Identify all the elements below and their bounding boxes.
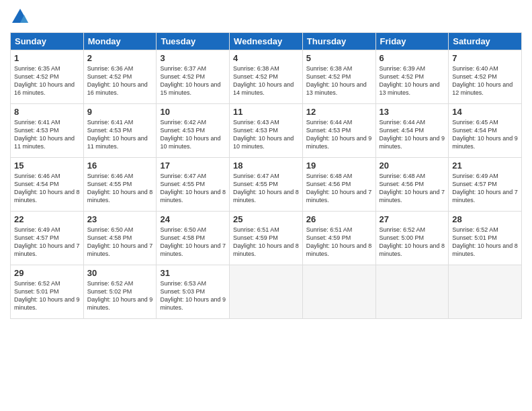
- calendar-cell: 3Sunrise: 6:37 AMSunset: 4:52 PMDaylight…: [157, 50, 230, 104]
- day-number: 10: [160, 107, 226, 117]
- calendar-week-row: 1Sunrise: 6:35 AMSunset: 4:52 PMDaylight…: [11, 50, 522, 104]
- calendar-day-header: Wednesday: [230, 33, 303, 50]
- day-number: 8: [14, 107, 80, 117]
- day-number: 13: [380, 107, 445, 117]
- calendar-header-row: SundayMondayTuesdayWednesdayThursdayFrid…: [11, 33, 522, 50]
- calendar-cell: 7Sunrise: 6:40 AMSunset: 4:52 PMDaylight…: [449, 50, 522, 104]
- logo: [10, 7, 33, 27]
- day-number: 5: [306, 53, 372, 63]
- calendar-cell: 31Sunrise: 6:53 AMSunset: 5:03 PMDayligh…: [157, 265, 230, 319]
- day-info: Sunrise: 6:36 AMSunset: 4:52 PMDaylight:…: [87, 64, 153, 97]
- day-info: Sunrise: 6:52 AMSunset: 5:01 PMDaylight:…: [452, 226, 518, 259]
- day-info: Sunrise: 6:38 AMSunset: 4:52 PMDaylight:…: [306, 64, 372, 97]
- day-number: 31: [160, 268, 226, 278]
- calendar-week-row: 15Sunrise: 6:46 AMSunset: 4:54 PMDayligh…: [11, 158, 522, 212]
- day-info: Sunrise: 6:52 AMSunset: 5:02 PMDaylight:…: [87, 279, 153, 312]
- calendar-cell: 5Sunrise: 6:38 AMSunset: 4:52 PMDaylight…: [302, 50, 375, 104]
- calendar-cell: 29Sunrise: 6:52 AMSunset: 5:01 PMDayligh…: [11, 265, 84, 319]
- calendar-day-header: Saturday: [449, 33, 522, 50]
- day-number: 7: [452, 53, 518, 63]
- calendar-cell: 8Sunrise: 6:41 AMSunset: 4:53 PMDaylight…: [11, 104, 84, 158]
- calendar-cell: 18Sunrise: 6:47 AMSunset: 4:55 PMDayligh…: [230, 158, 303, 212]
- calendar-cell: 10Sunrise: 6:42 AMSunset: 4:53 PMDayligh…: [157, 104, 230, 158]
- calendar-cell: 30Sunrise: 6:52 AMSunset: 5:02 PMDayligh…: [83, 265, 157, 319]
- day-number: 28: [452, 214, 518, 224]
- day-info: Sunrise: 6:38 AMSunset: 4:52 PMDaylight:…: [233, 64, 299, 97]
- day-info: Sunrise: 6:49 AMSunset: 4:57 PMDaylight:…: [452, 172, 518, 205]
- day-info: Sunrise: 6:53 AMSunset: 5:03 PMDaylight:…: [160, 279, 226, 312]
- calendar-day-header: Monday: [83, 33, 157, 50]
- day-info: Sunrise: 6:52 AMSunset: 5:01 PMDaylight:…: [14, 279, 80, 312]
- day-number: 18: [233, 161, 299, 171]
- calendar-cell: 13Sunrise: 6:44 AMSunset: 4:54 PMDayligh…: [375, 104, 449, 158]
- calendar-week-row: 29Sunrise: 6:52 AMSunset: 5:01 PMDayligh…: [11, 265, 522, 319]
- calendar-cell: 2Sunrise: 6:36 AMSunset: 4:52 PMDaylight…: [83, 50, 157, 104]
- calendar-cell: 6Sunrise: 6:39 AMSunset: 4:52 PMDaylight…: [375, 50, 449, 104]
- day-number: 21: [452, 161, 518, 171]
- day-number: 26: [306, 214, 372, 224]
- day-info: Sunrise: 6:48 AMSunset: 4:56 PMDaylight:…: [306, 172, 372, 205]
- day-info: Sunrise: 6:46 AMSunset: 4:55 PMDaylight:…: [87, 172, 153, 205]
- day-info: Sunrise: 6:48 AMSunset: 4:56 PMDaylight:…: [380, 172, 445, 205]
- day-info: Sunrise: 6:42 AMSunset: 4:53 PMDaylight:…: [160, 118, 226, 151]
- page: SundayMondayTuesdayWednesdayThursdayFrid…: [0, 0, 532, 411]
- day-info: Sunrise: 6:41 AMSunset: 4:53 PMDaylight:…: [14, 118, 80, 151]
- day-number: 22: [14, 214, 80, 224]
- day-info: Sunrise: 6:44 AMSunset: 4:53 PMDaylight:…: [306, 118, 372, 151]
- day-info: Sunrise: 6:41 AMSunset: 4:53 PMDaylight:…: [87, 118, 153, 151]
- day-info: Sunrise: 6:47 AMSunset: 4:55 PMDaylight:…: [160, 172, 226, 205]
- calendar-cell: 28Sunrise: 6:52 AMSunset: 5:01 PMDayligh…: [449, 212, 522, 265]
- calendar-cell: 1Sunrise: 6:35 AMSunset: 4:52 PMDaylight…: [11, 50, 84, 104]
- calendar-cell: [449, 265, 522, 319]
- day-number: 25: [233, 214, 299, 224]
- day-number: 4: [233, 53, 299, 63]
- day-info: Sunrise: 6:52 AMSunset: 5:00 PMDaylight:…: [380, 226, 445, 259]
- day-info: Sunrise: 6:51 AMSunset: 4:59 PMDaylight:…: [306, 226, 372, 259]
- calendar-cell: 17Sunrise: 6:47 AMSunset: 4:55 PMDayligh…: [157, 158, 230, 212]
- day-number: 29: [14, 268, 80, 278]
- calendar-cell: 24Sunrise: 6:50 AMSunset: 4:58 PMDayligh…: [157, 212, 230, 265]
- day-number: 19: [306, 161, 372, 171]
- day-number: 24: [160, 214, 226, 224]
- calendar-cell: 22Sunrise: 6:49 AMSunset: 4:57 PMDayligh…: [11, 212, 84, 265]
- day-info: Sunrise: 6:50 AMSunset: 4:58 PMDaylight:…: [87, 226, 153, 259]
- day-info: Sunrise: 6:40 AMSunset: 4:52 PMDaylight:…: [452, 64, 518, 97]
- calendar-cell: 14Sunrise: 6:45 AMSunset: 4:54 PMDayligh…: [449, 104, 522, 158]
- calendar-day-header: Friday: [375, 33, 449, 50]
- calendar-day-header: Tuesday: [157, 33, 230, 50]
- calendar-day-header: Sunday: [11, 33, 84, 50]
- day-info: Sunrise: 6:37 AMSunset: 4:52 PMDaylight:…: [160, 64, 226, 97]
- header: [10, 7, 522, 27]
- day-info: Sunrise: 6:35 AMSunset: 4:52 PMDaylight:…: [14, 64, 80, 97]
- calendar: SundayMondayTuesdayWednesdayThursdayFrid…: [10, 32, 522, 319]
- day-info: Sunrise: 6:45 AMSunset: 4:54 PMDaylight:…: [452, 118, 518, 151]
- calendar-cell: 20Sunrise: 6:48 AMSunset: 4:56 PMDayligh…: [375, 158, 449, 212]
- calendar-cell: 19Sunrise: 6:48 AMSunset: 4:56 PMDayligh…: [302, 158, 375, 212]
- day-info: Sunrise: 6:47 AMSunset: 4:55 PMDaylight:…: [233, 172, 299, 205]
- day-number: 23: [87, 214, 153, 224]
- calendar-cell: 23Sunrise: 6:50 AMSunset: 4:58 PMDayligh…: [83, 212, 157, 265]
- day-number: 15: [14, 161, 80, 171]
- day-number: 27: [380, 214, 445, 224]
- calendar-cell: [375, 265, 449, 319]
- calendar-cell: 25Sunrise: 6:51 AMSunset: 4:59 PMDayligh…: [230, 212, 303, 265]
- day-number: 12: [306, 107, 372, 117]
- calendar-cell: 11Sunrise: 6:43 AMSunset: 4:53 PMDayligh…: [230, 104, 303, 158]
- day-number: 14: [452, 107, 518, 117]
- calendar-cell: 21Sunrise: 6:49 AMSunset: 4:57 PMDayligh…: [449, 158, 522, 212]
- day-number: 1: [14, 53, 80, 63]
- day-info: Sunrise: 6:44 AMSunset: 4:54 PMDaylight:…: [380, 118, 445, 151]
- day-number: 6: [380, 53, 445, 63]
- day-number: 20: [380, 161, 445, 171]
- day-number: 30: [87, 268, 153, 278]
- calendar-cell: 27Sunrise: 6:52 AMSunset: 5:00 PMDayligh…: [375, 212, 449, 265]
- day-info: Sunrise: 6:50 AMSunset: 4:58 PMDaylight:…: [160, 226, 226, 259]
- calendar-cell: [230, 265, 303, 319]
- day-number: 2: [87, 53, 153, 63]
- day-number: 3: [160, 53, 226, 63]
- calendar-cell: 16Sunrise: 6:46 AMSunset: 4:55 PMDayligh…: [83, 158, 157, 212]
- day-info: Sunrise: 6:39 AMSunset: 4:52 PMDaylight:…: [380, 64, 445, 97]
- calendar-week-row: 22Sunrise: 6:49 AMSunset: 4:57 PMDayligh…: [11, 212, 522, 265]
- day-info: Sunrise: 6:46 AMSunset: 4:54 PMDaylight:…: [14, 172, 80, 205]
- calendar-cell: 26Sunrise: 6:51 AMSunset: 4:59 PMDayligh…: [302, 212, 375, 265]
